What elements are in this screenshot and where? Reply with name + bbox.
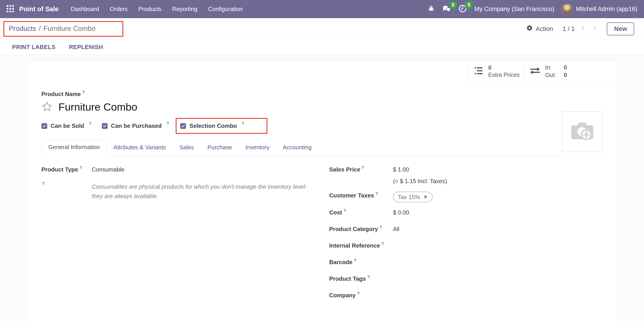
product-image-placeholder[interactable] [562,111,602,152]
sales-price-label: Sales Price [329,166,360,173]
tax-15-tag[interactable]: Tax 15% [393,192,432,202]
activities-button[interactable]: 5 [458,4,467,14]
action-menu-button[interactable]: Action [526,24,553,33]
help-question-mark: ? [42,180,44,187]
action-buttons-row: PRINT LABELS REPLENISH [0,40,644,55]
notebook-tabs: General Information Attributes & Variant… [42,139,602,155]
form-right-column: Sales Price? $ 1.00 (= $ 1.15 Incl. Taxe… [329,166,602,308]
product-type-help-text: Consumables are physical products for wh… [92,182,309,201]
tab-attributes-variants[interactable]: Attributes & Variants [107,140,173,155]
pager: 1 / 1 [562,25,598,32]
help-question-mark: ? [242,121,244,126]
annotation-box-selection-combo: Selection Combo? [176,118,268,134]
barcode-label: Barcode [329,259,352,266]
can-be-sold-label: Can be Sold [50,122,84,130]
replenish-button[interactable]: REPLENISH [69,44,103,50]
apps-grid-icon [7,5,14,13]
out-value: 0 [564,72,567,79]
menu-dashboard[interactable]: Dashboard [66,2,104,16]
chevron-right-icon [592,25,598,32]
help-question-mark: ? [379,224,382,231]
close-icon [423,193,428,201]
product-tags-label: Product Tags [329,275,366,282]
menu-products[interactable]: Products [134,2,166,16]
product-category-field: Product Category? All [329,225,602,234]
product-type-field: Product Type? Consumable [42,166,329,174]
user-name: Mitchell Admin (app16) [576,6,637,12]
messages-button[interactable]: 5 [442,4,451,14]
breadcrumb-separator: / [39,24,41,33]
transfer-arrows-icon [530,66,540,76]
app-name[interactable]: Point of Sale [19,5,59,13]
help-question-mark: ? [357,290,360,297]
form-sheet: 0 Extra Prices In: 0 Out: 0 [26,61,618,321]
internal-reference-field: Internal Reference? [329,242,602,250]
pager-next-button[interactable] [592,25,598,32]
out-label: Out: [545,72,556,79]
checkbox-checked-icon [180,123,186,129]
product-type-label: Product Type [42,166,78,173]
product-name-field: Product Name? [42,91,602,98]
annotation-box-breadcrumb: Products / Furniture Combo [3,21,123,37]
cost-value[interactable]: $ 0.00 [393,209,409,216]
product-name-value[interactable]: Furniture Combo [58,101,138,113]
barcode-field: Barcode? [329,258,602,267]
help-question-mark: ? [367,273,370,281]
in-out-stat-button[interactable]: In: 0 Out: 0 [524,61,617,82]
can-be-sold-checkbox[interactable]: Can be Sold? [42,122,92,130]
top-navbar: Point of Sale Dashboard Orders Products … [0,0,644,18]
tab-sales[interactable]: Sales [173,140,201,155]
breadcrumb-products-link[interactable]: Products [9,24,36,33]
print-labels-button[interactable]: PRINT LABELS [12,44,56,50]
help-question-mark: ? [354,256,356,264]
control-panel-right: Action 1 / 1 New [526,22,634,35]
sales-price-incl-taxes: (= $ 1.15 Incl. Taxes) [393,177,602,185]
internal-reference-label: Internal Reference [329,242,380,249]
chevron-left-icon [580,25,586,32]
selection-combo-label: Selection Combo [189,122,237,130]
tab-purchase[interactable]: Purchase [201,140,239,155]
product-name-label: Product Name [42,91,81,97]
general-information-panel: Product Type? Consumable ? Consumables a… [42,155,602,308]
remove-tag-button[interactable] [423,193,428,201]
extra-prices-label: Extra Prices [488,71,520,78]
form-left-column: Product Type? Consumable ? Consumables a… [42,166,329,308]
menu-configuration[interactable]: Configuration [204,2,247,16]
selection-combo-checkbox[interactable]: Selection Combo? [180,122,244,130]
star-icon [42,101,52,113]
messages-count-badge: 5 [449,1,457,9]
help-question-mark: ? [80,164,82,172]
menu-orders[interactable]: Orders [106,2,132,16]
pager-previous-button[interactable] [580,25,586,32]
company-field: Company? [329,292,602,300]
activities-count-badge: 5 [465,1,472,9]
help-question-mark: ? [166,121,169,126]
help-question-mark: ? [375,190,378,198]
sales-price-field: Sales Price? $ 1.00 [329,166,602,174]
can-be-purchased-label: Can be Purchased [111,122,162,130]
favorite-star-button[interactable] [42,101,52,113]
sheet-body: Product Name? Furniture Combo Can be Sol… [27,82,617,321]
debug-mode-button[interactable] [428,5,435,13]
menu-reporting[interactable]: Reporting [168,2,202,16]
extra-prices-stat-button[interactable]: 0 Extra Prices [468,61,524,82]
user-menu[interactable]: Mitchell Admin (app16) [562,4,637,14]
apps-menu-button[interactable] [5,4,15,14]
product-category-value[interactable]: All [393,225,400,233]
product-tags-field: Product Tags? [329,275,602,284]
control-panel: Products / Furniture Combo Action 1 / 1 … [0,18,644,40]
main-menu: Dashboard Orders Products Reporting Conf… [66,2,247,16]
company-switcher[interactable]: My Company (San Francisco) [474,6,554,12]
bug-icon [428,5,435,13]
company-label: Company [329,292,356,298]
help-question-mark: ? [82,90,85,95]
tab-accounting[interactable]: Accounting [276,140,318,155]
tab-inventory[interactable]: Inventory [239,140,276,155]
tab-general-information[interactable]: General Information [42,139,107,155]
can-be-purchased-checkbox[interactable]: Can be Purchased? [102,122,169,130]
cost-label: Cost [329,209,342,216]
sales-price-value[interactable]: $ 1.00 [393,166,409,173]
in-label: In: [545,64,556,71]
new-button[interactable]: New [607,22,634,35]
product-type-value[interactable]: Consumable [92,166,124,173]
